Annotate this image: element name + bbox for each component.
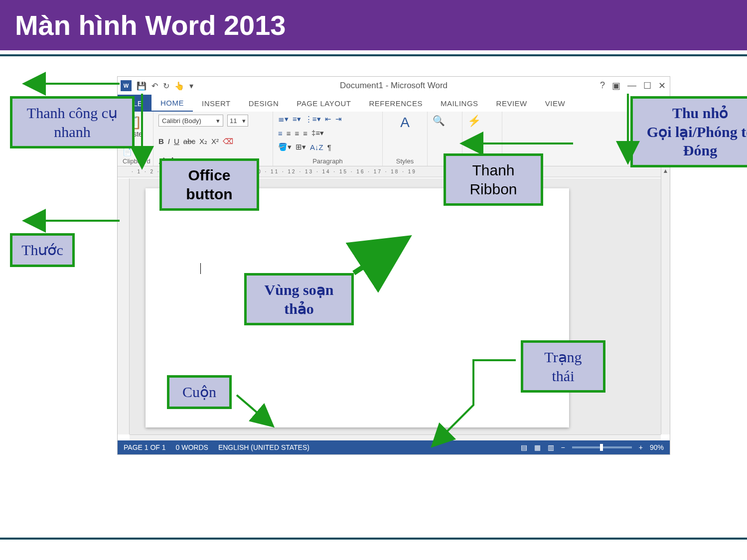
align-right-icon[interactable]: ≡	[295, 129, 299, 138]
font-name-select[interactable]: Calibri (Body)▾	[158, 115, 223, 127]
maximize-icon[interactable]: ☐	[643, 80, 651, 91]
multilevel-icon[interactable]: ⋮≡▾	[305, 115, 321, 124]
status-words[interactable]: 0 WORDS	[176, 443, 208, 451]
status-bar: PAGE 1 OF 1 0 WORDS ENGLISH (UNITED STAT…	[118, 440, 670, 454]
help-icon[interactable]: ?	[600, 80, 605, 91]
read-mode-icon[interactable]: ▤	[521, 443, 527, 451]
styles-group: A Styles	[383, 112, 428, 166]
slide-title-bar: Màn hình Word 2013	[0, 0, 747, 50]
window-controls: ? ▣ — ☐ ✕	[600, 80, 666, 91]
scroll-up-icon[interactable]: ▲	[661, 167, 670, 174]
tab-view[interactable]: VIEW	[536, 95, 574, 112]
line-spacing-icon[interactable]: ‡≡▾	[311, 129, 324, 138]
callout-window-controls: Thu nhỏ Gọi lại/Phóng to Đóng	[630, 96, 747, 167]
zoom-out-icon[interactable]: −	[561, 443, 565, 451]
tab-home[interactable]: HOME	[151, 95, 193, 112]
find-icon[interactable]: 🔍	[433, 115, 457, 127]
save-icon[interactable]: 💾	[137, 81, 147, 91]
decrease-indent-icon[interactable]: ⇤	[325, 115, 331, 124]
bold-icon[interactable]: B	[158, 137, 164, 145]
subscript-icon[interactable]: X₂	[199, 137, 207, 146]
sort-icon[interactable]: A↓Z	[310, 143, 323, 151]
tab-insert[interactable]: INSERT	[193, 95, 240, 112]
callout-ribbon: Thanh Ribbon	[444, 153, 543, 206]
slide-title: Màn hình Word 2013	[15, 9, 732, 41]
vertical-ruler[interactable]	[118, 178, 130, 434]
font-group: Calibri (Body)▾ 11▾ B I U abc X₂ X² ⌫ 🖍 …	[153, 112, 273, 166]
status-language[interactable]: ENGLISH (UNITED STATES)	[218, 443, 309, 451]
increase-indent-icon[interactable]: ⇥	[335, 115, 342, 124]
superscript-icon[interactable]: X²	[211, 137, 219, 145]
paragraph-group: ≣▾ ≡▾ ⋮≡▾ ⇤ ⇥ ≡ ≡ ≡ ≡ ‡≡▾ 🪣▾ ⊞▾ A↓Z	[273, 112, 383, 166]
italic-icon[interactable]: I	[168, 137, 170, 145]
customize-qat-icon[interactable]: ▾	[189, 81, 193, 91]
print-layout-icon[interactable]: ▦	[534, 443, 541, 451]
numbering-icon[interactable]: ≡▾	[293, 115, 301, 124]
tab-design[interactable]: DESIGN	[240, 95, 288, 112]
clipboard-group-label: Clipboard	[123, 156, 148, 165]
tab-review[interactable]: REVIEW	[487, 95, 536, 112]
callout-office-button: Office button	[159, 158, 259, 211]
align-left-icon[interactable]: ≡	[278, 129, 283, 138]
tab-mailings[interactable]: MAILINGS	[432, 95, 487, 112]
title-bar: W 💾 ↶ ↻ 👆 ▾ Document1 - Microsoft Word ?…	[118, 77, 670, 95]
borders-icon[interactable]: ⊞▾	[296, 142, 306, 151]
quick-access-toolbar: W 💾 ↶ ↻ 👆 ▾	[118, 80, 193, 91]
ribbon-display-icon[interactable]: ▣	[612, 80, 620, 91]
bottom-divider	[0, 538, 747, 540]
tab-references[interactable]: REFERENCES	[360, 95, 432, 112]
ribbon-tabs: FILE HOME INSERT DESIGN PAGE LAYOUT REFE…	[118, 95, 670, 112]
web-layout-icon[interactable]: ▥	[548, 443, 554, 451]
styles-icon[interactable]: A	[400, 115, 410, 131]
callout-scroll: Cuộn	[167, 375, 232, 409]
addins-icon[interactable]: ⚡	[467, 115, 497, 128]
callout-editing-area: Vùng soạn thảo	[244, 273, 354, 325]
status-page[interactable]: PAGE 1 OF 1	[124, 443, 166, 451]
undo-icon[interactable]: ↶	[151, 81, 158, 91]
vertical-scrollbar[interactable]: ▲	[661, 167, 670, 434]
document-title: Document1 - Microsoft Word	[340, 81, 448, 91]
callout-qat: Thanh công cụ nhanh	[10, 96, 135, 148]
strikethrough-icon[interactable]: abc	[183, 137, 195, 145]
justify-icon[interactable]: ≡	[303, 129, 307, 138]
text-cursor	[200, 263, 201, 274]
shading-icon[interactable]: 🪣▾	[278, 142, 292, 151]
styles-group-label: Styles	[388, 156, 422, 165]
bullets-icon[interactable]: ≣▾	[278, 115, 289, 124]
copy-icon[interactable]: 📄	[123, 147, 132, 156]
callout-ruler: Thước	[10, 233, 75, 267]
redo-icon[interactable]: ↻	[163, 81, 169, 91]
font-size-select[interactable]: 11▾	[227, 115, 248, 127]
minimize-icon[interactable]: —	[627, 80, 636, 91]
show-marks-icon[interactable]: ¶	[327, 143, 331, 151]
touch-mode-icon[interactable]: 👆	[174, 81, 184, 91]
align-center-icon[interactable]: ≡	[287, 129, 291, 138]
zoom-slider[interactable]	[572, 446, 632, 448]
callout-status: Trạng thái	[521, 340, 605, 393]
word-logo-icon[interactable]: W	[121, 80, 132, 91]
tab-page-layout[interactable]: PAGE LAYOUT	[288, 95, 360, 112]
close-icon[interactable]: ✕	[658, 80, 666, 91]
zoom-level[interactable]: 90%	[650, 443, 664, 451]
underline-icon[interactable]: U	[174, 137, 179, 145]
zoom-in-icon[interactable]: +	[639, 443, 643, 451]
clear-format-icon[interactable]: ⌫	[223, 137, 233, 146]
paragraph-group-label: Paragraph	[278, 156, 377, 165]
